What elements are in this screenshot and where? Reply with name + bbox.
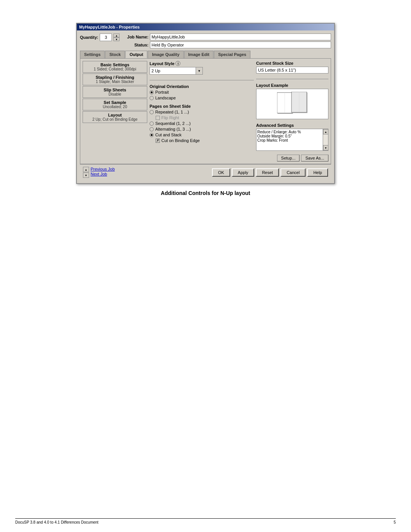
footer-left: DocuSP 3.8 and 4.0 to 4.1 Differences Do… <box>15 520 99 524</box>
tab-settings[interactable]: Settings <box>80 51 105 58</box>
top-row: Quantity: 3 ▲ ▼ Job Name: Status: <box>80 34 331 48</box>
scroll-up-button[interactable]: ▲ <box>323 129 328 134</box>
repeated-radio-indicator <box>150 110 154 114</box>
alternating-radio-indicator <box>150 127 154 131</box>
status-row: Status: <box>122 42 331 48</box>
tab-special-pages[interactable]: Special Pages <box>214 51 250 58</box>
settings-stapling[interactable]: Stapling / Finishing 1 Staple; Main Stac… <box>83 73 147 85</box>
setup-saveas-row: Setup... Save As... <box>256 155 328 161</box>
tabs-row: Settings Stock Output Image Quality Imag… <box>80 51 331 58</box>
ok-button[interactable]: OK <box>212 168 230 177</box>
advanced-line-3: Crop Marks: Front <box>257 138 322 142</box>
quantity-group: Quantity: 3 ▲ ▼ <box>80 34 119 41</box>
repeated-radio[interactable]: Repeated (1, 1 ...) <box>150 110 254 114</box>
flip-right-checkbox-box <box>156 116 160 120</box>
layout-example-label: Layout Example <box>256 83 328 88</box>
job-name-input[interactable] <box>150 34 331 40</box>
nav-labels: Previous Job Next Job <box>91 167 115 178</box>
landscape-radio-indicator <box>150 96 154 100</box>
layout-style-section: Layout Style i 2 Up ▼ <box>150 61 254 75</box>
footer: DocuSP 3.8 and 4.0 to 4.1 Differences Do… <box>15 518 396 524</box>
cut-and-stack-label: Cut and Stack <box>155 133 182 137</box>
tab-stock[interactable]: Stock <box>105 51 125 58</box>
portrait-radio-indicator <box>150 90 154 94</box>
layout-dropdown-arrow[interactable]: ▼ <box>196 67 202 74</box>
pages-on-sheet-label: Pages on Sheet Side <box>150 104 254 109</box>
help-button[interactable]: Help <box>307 168 328 177</box>
flip-right-checkbox[interactable]: Flip Right <box>156 115 254 120</box>
divider-1 <box>150 80 254 80</box>
scroll-track <box>323 134 328 145</box>
portrait-radio[interactable]: Portrait <box>150 90 254 94</box>
layout-style-dropdown[interactable]: 2 Up ▼ <box>150 67 203 75</box>
landscape-radio[interactable]: Landscape <box>150 96 254 100</box>
stock-size-section: Current Stock Size US Letter (8.5 x 11") <box>256 61 328 73</box>
job-status-group: Job Name: Status: <box>122 34 331 48</box>
stock-size-label: Current Stock Size <box>256 61 328 66</box>
quantity-spinner: ▲ ▼ <box>113 34 119 41</box>
layout-dropdown-wrapper: 2 Up ▼ <box>150 67 254 75</box>
settings-slip-sheets[interactable]: Slip Sheets Disable <box>83 86 147 98</box>
dialog-body: Quantity: 3 ▲ ▼ Job Name: Status: <box>77 30 334 183</box>
advanced-line-1: Reduce / Enlarge: Auto % <box>257 130 322 134</box>
sequential-label: Sequential (1, 2 ...) <box>155 121 191 126</box>
action-buttons: OK Apply Reset Cancel Help <box>212 168 328 177</box>
cut-binding-label: Cut on Binding Edge <box>161 138 200 143</box>
pages-on-sheet-section: Pages on Sheet Side Repeated (1, 1 ...) … <box>150 104 254 143</box>
previous-job-link[interactable]: Previous Job <box>91 167 115 171</box>
next-job-link[interactable]: Next Job <box>91 172 115 176</box>
orientation-section: Original Orientation Portrait Landscape <box>150 84 254 100</box>
alternating-label: Alternating (1, 3 ...) <box>155 127 191 131</box>
tab-image-edit[interactable]: Image Edit <box>184 51 214 58</box>
dialog-title: MyHappyLittleJob - Properties <box>79 25 140 29</box>
status-input[interactable] <box>150 42 331 48</box>
setup-button[interactable]: Setup... <box>277 155 300 161</box>
quantity-up-button[interactable]: ▲ <box>113 34 119 37</box>
quantity-label: Quantity: <box>80 35 98 40</box>
tab-output[interactable]: Output <box>125 51 147 58</box>
settings-list: Basic Settings 1 Sided; Collated; 300dpi… <box>83 61 147 161</box>
right-panel: Current Stock Size US Letter (8.5 x 11")… <box>256 61 328 161</box>
cut-and-stack-radio[interactable]: Cut and Stack <box>150 133 254 137</box>
alternating-radio[interactable]: Alternating (1, 3 ...) <box>150 127 254 131</box>
job-name-label: Job Name: <box>122 35 148 39</box>
tab-content: Basic Settings 1 Sided; Collated; 300dpi… <box>80 58 331 164</box>
prev-job-arrow[interactable]: ▲ <box>83 167 89 172</box>
save-as-button[interactable]: Save As... <box>301 155 328 161</box>
quantity-down-button[interactable]: ▼ <box>113 37 119 41</box>
cut-and-stack-indicator <box>150 133 154 137</box>
bottom-row: ▲ ▼ Previous Job Next Job OK Apply Reset… <box>80 164 331 180</box>
nav-group: ▲ ▼ Previous Job Next Job <box>83 167 115 178</box>
flip-right-label: Flip Right <box>161 115 179 120</box>
layout-style-value: 2 Up <box>150 69 196 73</box>
landscape-label: Landscape <box>155 96 176 100</box>
advanced-settings-section: Advanced Settings Reduce / Enlarge: Auto… <box>256 123 328 151</box>
settings-basic[interactable]: Basic Settings 1 Sided; Collated; 300dpi <box>83 61 147 73</box>
reset-button[interactable]: Reset <box>256 168 279 177</box>
stock-size-value: US Letter (8.5 x 11") <box>256 67 328 73</box>
job-name-row: Job Name: <box>122 34 331 40</box>
layout-style-label: Layout Style i <box>150 61 254 66</box>
settings-layout[interactable]: Layout 2 Up; Cut on Binding Edge <box>83 111 147 123</box>
next-job-arrow[interactable]: ▼ <box>83 173 89 178</box>
middle-panel: Layout Style i 2 Up ▼ Origi <box>150 61 254 161</box>
repeated-label: Repeated (1, 1 ...) <box>155 110 189 114</box>
layout-example-section: Layout Example <box>256 83 328 119</box>
settings-set-sample[interactable]: Set Sample Uncollated; 20 <box>83 99 147 110</box>
apply-button[interactable]: Apply <box>232 168 255 177</box>
layout-preview-svg <box>277 92 307 117</box>
advanced-settings-box: Reduce / Enlarge: Auto % Outside Margin:… <box>256 129 328 151</box>
tab-image-quality[interactable]: Image Quality <box>148 51 183 58</box>
advanced-settings-label: Advanced Settings <box>256 123 328 128</box>
caption: Additional Controls for N-Up layout <box>161 190 250 196</box>
orientation-radio-group: Portrait Landscape <box>150 90 254 100</box>
advanced-scrollbar: ▲ ▼ <box>323 129 328 150</box>
cancel-button[interactable]: Cancel <box>280 168 306 177</box>
quantity-value: 3 <box>100 34 112 41</box>
scroll-down-button[interactable]: ▼ <box>323 145 328 150</box>
sequential-radio[interactable]: Sequential (1, 2 ...) <box>150 121 254 126</box>
nav-arrows: ▲ ▼ <box>83 167 89 178</box>
advanced-line-2: Outside Margin: 0.5" <box>257 134 322 138</box>
cut-binding-checkbox[interactable]: ✗ Cut on Binding Edge <box>156 138 254 143</box>
layout-style-info-icon[interactable]: i <box>175 61 180 66</box>
